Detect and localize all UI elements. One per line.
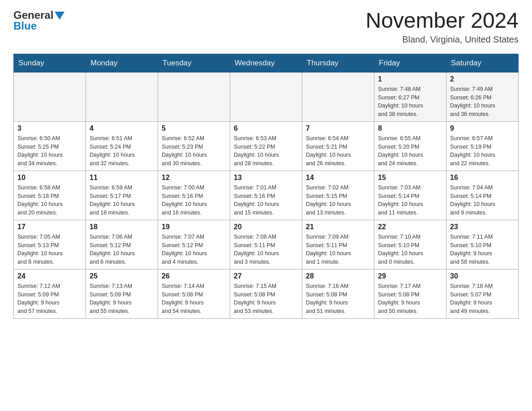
day-info: Sunrise: 7:08 AM Sunset: 5:11 PM Dayligh… [234,233,298,266]
calendar-cell: 24Sunrise: 7:12 AM Sunset: 5:09 PM Dayli… [14,269,86,318]
calendar-header-friday: Friday [374,54,446,72]
day-info: Sunrise: 7:03 AM Sunset: 5:14 PM Dayligh… [378,184,442,217]
day-number: 20 [234,223,298,231]
calendar-cell: 26Sunrise: 7:14 AM Sunset: 5:08 PM Dayli… [158,269,230,318]
day-number: 11 [90,174,154,182]
calendar-cell: 8Sunrise: 6:55 AM Sunset: 5:20 PM Daylig… [374,121,446,171]
day-info: Sunrise: 7:16 AM Sunset: 5:08 PM Dayligh… [306,282,370,316]
day-number: 25 [90,272,154,280]
calendar-cell: 1Sunrise: 7:48 AM Sunset: 6:27 PM Daylig… [374,72,446,121]
day-info: Sunrise: 7:14 AM Sunset: 5:08 PM Dayligh… [162,282,226,316]
calendar-cell: 3Sunrise: 6:50 AM Sunset: 5:25 PM Daylig… [14,121,86,171]
day-info: Sunrise: 7:02 AM Sunset: 5:15 PM Dayligh… [306,184,370,217]
calendar-cell: 30Sunrise: 7:18 AM Sunset: 5:07 PM Dayli… [446,269,519,318]
day-number: 4 [90,124,154,133]
calendar-header-tuesday: Tuesday [158,54,230,72]
calendar-cell: 7Sunrise: 6:54 AM Sunset: 5:21 PM Daylig… [302,121,374,171]
calendar-cell: 21Sunrise: 7:09 AM Sunset: 5:11 PM Dayli… [302,220,374,269]
day-number: 2 [450,75,515,83]
day-number: 26 [162,272,226,280]
day-info: Sunrise: 7:10 AM Sunset: 5:10 PM Dayligh… [378,233,442,266]
day-info: Sunrise: 6:55 AM Sunset: 5:20 PM Dayligh… [378,134,442,168]
calendar-week-2: 3Sunrise: 6:50 AM Sunset: 5:25 PM Daylig… [14,121,519,171]
day-number: 19 [162,223,226,231]
calendar-cell: 15Sunrise: 7:03 AM Sunset: 5:14 PM Dayli… [374,171,446,220]
calendar-cell: 28Sunrise: 7:16 AM Sunset: 5:08 PM Dayli… [302,269,374,318]
day-info: Sunrise: 6:58 AM Sunset: 5:18 PM Dayligh… [17,184,82,217]
day-info: Sunrise: 7:49 AM Sunset: 6:26 PM Dayligh… [450,85,515,119]
day-info: Sunrise: 7:04 AM Sunset: 5:14 PM Dayligh… [450,184,515,217]
calendar-header-row: SundayMondayTuesdayWednesdayThursdayFrid… [14,54,519,72]
day-number: 14 [306,174,370,182]
calendar-header-saturday: Saturday [446,54,519,72]
day-number: 18 [90,223,154,231]
calendar-cell: 11Sunrise: 6:59 AM Sunset: 5:17 PM Dayli… [86,171,158,220]
calendar-cell: 22Sunrise: 7:10 AM Sunset: 5:10 PM Dayli… [374,220,446,269]
day-info: Sunrise: 7:48 AM Sunset: 6:27 PM Dayligh… [378,85,442,119]
calendar-cell: 2Sunrise: 7:49 AM Sunset: 6:26 PM Daylig… [446,72,519,121]
day-number: 27 [234,272,298,280]
calendar-cell: 9Sunrise: 6:57 AM Sunset: 5:19 PM Daylig… [446,121,519,171]
calendar-cell: 5Sunrise: 6:52 AM Sunset: 5:23 PM Daylig… [158,121,230,171]
day-info: Sunrise: 7:13 AM Sunset: 5:09 PM Dayligh… [90,282,154,316]
day-number: 29 [378,272,442,280]
day-info: Sunrise: 6:59 AM Sunset: 5:17 PM Dayligh… [90,184,154,217]
logo: General Blue [13,9,64,32]
day-number: 9 [450,124,515,133]
day-number: 3 [17,124,82,133]
day-number: 16 [450,174,515,182]
calendar-cell [14,72,86,121]
calendar-cell [158,72,230,121]
day-number: 1 [378,75,442,83]
day-number: 12 [162,174,226,182]
day-info: Sunrise: 7:09 AM Sunset: 5:11 PM Dayligh… [306,233,370,266]
day-info: Sunrise: 7:15 AM Sunset: 5:08 PM Dayligh… [234,282,298,316]
calendar-cell [230,72,302,121]
logo-triangle-icon [55,12,64,20]
day-number: 6 [234,124,298,133]
calendar-cell [86,72,158,121]
day-info: Sunrise: 7:01 AM Sunset: 5:16 PM Dayligh… [234,184,298,217]
calendar-cell: 12Sunrise: 7:00 AM Sunset: 5:16 PM Dayli… [158,171,230,220]
day-number: 30 [450,272,515,280]
day-number: 24 [17,272,82,280]
calendar-cell: 18Sunrise: 7:06 AM Sunset: 5:12 PM Dayli… [86,220,158,269]
day-number: 23 [450,223,515,231]
calendar-cell: 25Sunrise: 7:13 AM Sunset: 5:09 PM Dayli… [86,269,158,318]
day-info: Sunrise: 6:54 AM Sunset: 5:21 PM Dayligh… [306,134,370,168]
calendar-header-wednesday: Wednesday [230,54,302,72]
day-number: 7 [306,124,370,133]
day-number: 15 [378,174,442,182]
calendar-cell: 10Sunrise: 6:58 AM Sunset: 5:18 PM Dayli… [14,171,86,220]
calendar-cell: 19Sunrise: 7:07 AM Sunset: 5:12 PM Dayli… [158,220,230,269]
calendar-cell: 27Sunrise: 7:15 AM Sunset: 5:08 PM Dayli… [230,269,302,318]
calendar-cell: 20Sunrise: 7:08 AM Sunset: 5:11 PM Dayli… [230,220,302,269]
title-area: November 2024 Bland, Virginia, United St… [365,9,519,45]
calendar-cell: 16Sunrise: 7:04 AM Sunset: 5:14 PM Dayli… [446,171,519,220]
day-info: Sunrise: 6:50 AM Sunset: 5:25 PM Dayligh… [17,134,82,168]
day-info: Sunrise: 7:11 AM Sunset: 5:10 PM Dayligh… [450,233,515,266]
calendar-cell [302,72,374,121]
calendar-week-1: 1Sunrise: 7:48 AM Sunset: 6:27 PM Daylig… [14,72,519,121]
calendar-cell: 13Sunrise: 7:01 AM Sunset: 5:16 PM Dayli… [230,171,302,220]
logo-blue-text: Blue [13,20,37,32]
calendar-cell: 29Sunrise: 7:17 AM Sunset: 5:08 PM Dayli… [374,269,446,318]
day-number: 5 [162,124,226,133]
calendar-header-thursday: Thursday [302,54,374,72]
calendar-cell: 14Sunrise: 7:02 AM Sunset: 5:15 PM Dayli… [302,171,374,220]
day-info: Sunrise: 7:05 AM Sunset: 5:13 PM Dayligh… [17,233,82,266]
calendar-table: SundayMondayTuesdayWednesdayThursdayFrid… [13,54,519,319]
location-text: Bland, Virginia, United States [365,34,519,45]
calendar-header-sunday: Sunday [14,54,86,72]
day-number: 21 [306,223,370,231]
calendar-week-5: 24Sunrise: 7:12 AM Sunset: 5:09 PM Dayli… [14,269,519,318]
calendar-cell: 4Sunrise: 6:51 AM Sunset: 5:24 PM Daylig… [86,121,158,171]
day-info: Sunrise: 6:51 AM Sunset: 5:24 PM Dayligh… [90,134,154,168]
day-info: Sunrise: 7:00 AM Sunset: 5:16 PM Dayligh… [162,184,226,217]
day-number: 13 [234,174,298,182]
day-number: 22 [378,223,442,231]
day-info: Sunrise: 7:18 AM Sunset: 5:07 PM Dayligh… [450,282,515,316]
calendar-header-monday: Monday [86,54,158,72]
day-number: 28 [306,272,370,280]
day-info: Sunrise: 7:17 AM Sunset: 5:08 PM Dayligh… [378,282,442,316]
